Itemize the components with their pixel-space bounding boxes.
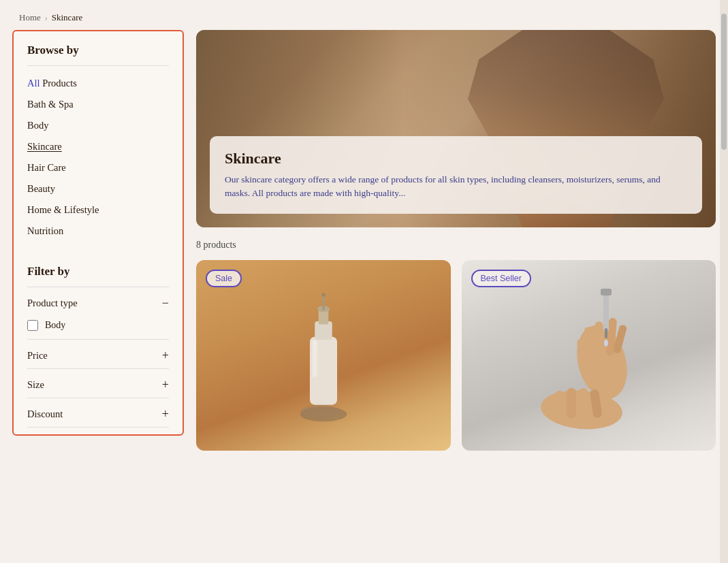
hero-container: Skincare Our skincare category offers a … [196,30,716,227]
filter-body-option: Body [27,316,169,339]
filter-size-label: Size [27,379,44,391]
browse-item-hair-care[interactable]: Hair Care [27,157,169,178]
filter-product-type-toggle: − [162,297,169,309]
browse-item-beauty[interactable]: Beauty [27,178,169,199]
hero-description: Our skincare category offers a wide rang… [225,173,687,201]
browse-divider [27,65,169,66]
filter-size-toggle: + [162,379,169,391]
svg-rect-6 [322,295,325,310]
filter-product-type-label: Product type [27,297,78,309]
svg-rect-22 [578,388,589,419]
filter-size[interactable]: Size + [27,369,169,398]
filter-divider-5 [27,427,169,428]
content-area: Skincare Our skincare category offers a … [184,30,716,451]
product-card-1[interactable]: Sale [196,260,451,451]
breadcrumb: Home › Skincare [0,0,728,30]
browse-item-nutrition[interactable]: Nutrition [27,221,169,242]
browse-item-home-lifestyle[interactable]: Home & Lifestyle [27,199,169,221]
sale-badge: Sale [206,270,242,287]
svg-rect-17 [605,328,607,338]
browse-item-bath-spa[interactable]: Bath & Spa [27,94,169,115]
hero-title: Skincare [225,150,687,167]
body-label[interactable]: Body [45,320,65,331]
hands-illustration [462,260,716,451]
svg-rect-16 [601,289,612,295]
svg-rect-15 [603,291,609,332]
scrollbar-thumb[interactable] [721,14,727,150]
product-card-2[interactable]: Best Seller [462,260,716,451]
filter-by-title: Filter by [27,265,169,278]
breadcrumb-current: Skincare [52,12,82,23]
best-seller-badge: Best Seller [471,270,531,287]
browse-item-all-products[interactable]: All Products [27,73,169,94]
svg-point-7 [321,293,325,296]
sidebar: Browse by All Products Bath & Spa Body S… [12,30,184,436]
hero-overlay: Skincare Our skincare category offers a … [210,136,702,214]
browse-item-skincare[interactable]: Skincare [27,136,169,157]
filter-price-toggle: + [162,349,169,361]
body-checkbox[interactable] [27,320,38,331]
svg-rect-21 [567,388,576,419]
filter-section: Filter by Product type − Body Price + Si… [14,255,183,428]
filter-discount-label: Discount [27,408,63,420]
filter-discount-toggle: + [162,408,169,420]
filter-price[interactable]: Price + [27,340,169,368]
svg-point-1 [300,405,340,417]
filter-product-type[interactable]: Product type − [27,287,169,316]
filter-price-label: Price [27,350,48,361]
svg-point-18 [604,340,608,347]
breadcrumb-chevron: › [45,13,48,23]
bottle-svg [289,287,358,423]
breadcrumb-home[interactable]: Home [19,12,41,23]
browse-item-body[interactable]: Body [27,115,169,136]
bottle-illustration [196,260,451,451]
browse-by-title: Browse by [14,44,183,65]
svg-rect-8 [312,340,317,377]
browse-list: All Products Bath & Spa Body Skincare Ha… [14,73,183,242]
scrollbar[interactable] [720,0,728,563]
hands-svg [493,267,684,444]
all-highlight: All [27,78,40,89]
filter-discount[interactable]: Discount + [27,398,169,427]
products-grid: Sale [196,260,716,451]
products-count: 8 products [196,240,716,251]
